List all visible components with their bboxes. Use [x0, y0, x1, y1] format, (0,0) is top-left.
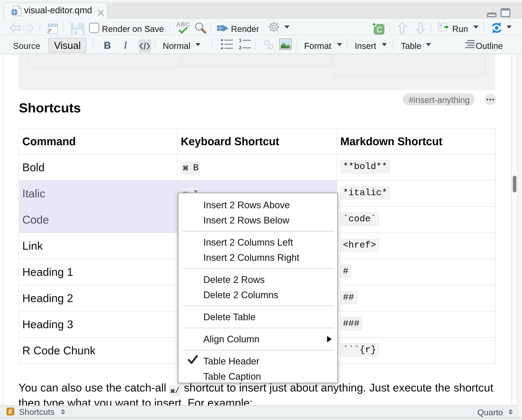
svg-text:1: 1 — [239, 39, 241, 43]
svg-text:2: 2 — [239, 45, 241, 50]
svg-text:C: C — [376, 25, 382, 34]
